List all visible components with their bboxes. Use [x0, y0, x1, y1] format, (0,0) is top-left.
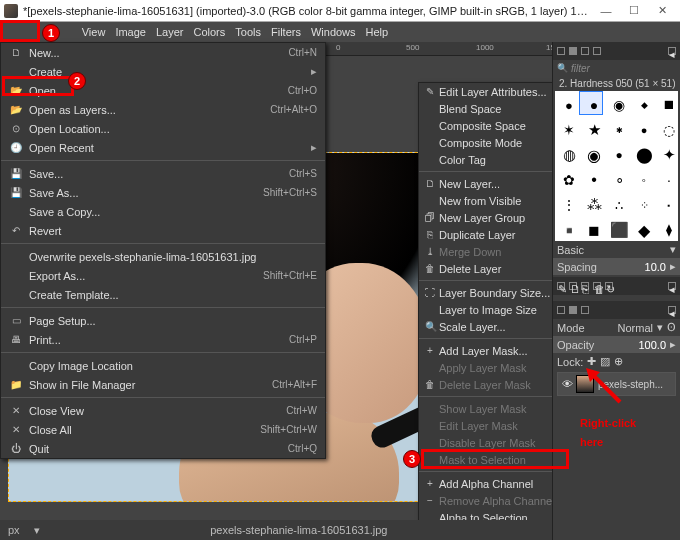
app-icon: [4, 4, 18, 18]
close-button[interactable]: ✕: [648, 2, 676, 20]
file-menu-item[interactable]: 🖶Print...Ctrl+P: [1, 330, 325, 349]
layer-menu-item[interactable]: ✎Edit Layer Attributes...: [419, 83, 571, 100]
layer-menu-item[interactable]: Composite Space▸: [419, 117, 571, 134]
annotation-text: Right-clickhere: [580, 413, 670, 451]
layer-menu-item: ⤓Merge Down: [419, 243, 571, 260]
annotation-circle-1: 1: [42, 24, 60, 42]
window-titlebar: *[pexels-stephanie-lima-16051631] (impor…: [0, 0, 680, 22]
brush-spacing-slider[interactable]: Spacing10.0▸: [553, 258, 680, 275]
file-menu-item[interactable]: 📂Open as Layers...Ctrl+Alt+O: [1, 100, 325, 119]
brush-preset-select[interactable]: Basic▾: [553, 241, 680, 258]
layer-menu-item: Edit Layer Mask: [419, 417, 571, 434]
file-menu-item[interactable]: Copy Image Location: [1, 356, 325, 375]
menu-layer[interactable]: Layer: [156, 26, 184, 38]
layer-menu-item: −Remove Alpha Channel: [419, 492, 571, 509]
layer-menu-item[interactable]: Color Tag▸: [419, 151, 571, 168]
status-bar: px▾ pexels-stephanie-lima-16051631.jpg: [0, 520, 552, 540]
layer-menu-item[interactable]: 🔍Scale Layer...: [419, 318, 571, 335]
dock-tab-row[interactable]: ◂: [553, 42, 680, 60]
window-title: *[pexels-stephanie-lima-16051631] (impor…: [23, 5, 592, 17]
file-menu-item[interactable]: ⏻QuitCtrl+Q: [1, 439, 325, 458]
file-menu-item[interactable]: ⊙Open Location...: [1, 119, 325, 138]
minimize-button[interactable]: —: [592, 2, 620, 20]
menu-image[interactable]: Image: [115, 26, 146, 38]
svg-line-0: [592, 374, 620, 402]
layer-menu-item[interactable]: 🗍New Layer Group: [419, 209, 571, 226]
layer-menu-item: 🗑Delete Layer Mask: [419, 376, 571, 393]
layer-menu-item[interactable]: 🗋New Layer...: [419, 175, 571, 192]
annotation-circle-3: 3: [403, 450, 421, 468]
file-menu-item[interactable]: 🗋New...Ctrl+N: [1, 43, 325, 62]
file-menu-item[interactable]: ▭Page Setup...: [1, 311, 325, 330]
menu-help[interactable]: Help: [366, 26, 389, 38]
opacity-slider[interactable]: Opacity100.0▸: [553, 336, 680, 353]
layers-tab-row[interactable]: ◂: [553, 301, 680, 319]
brush-name-label: 2. Hardness 050 (51 × 51): [553, 76, 680, 91]
file-menu-item[interactable]: 💾Save As...Shift+Ctrl+S: [1, 183, 325, 202]
file-menu-item[interactable]: Save a Copy...: [1, 202, 325, 221]
layer-menu-item[interactable]: New from Visible: [419, 192, 571, 209]
file-menu-item[interactable]: ✕Close AllShift+Ctrl+W: [1, 420, 325, 439]
file-menu-item[interactable]: ✕Close ViewCtrl+W: [1, 401, 325, 420]
file-menu-item[interactable]: Create Template...: [1, 285, 325, 304]
file-menu-item[interactable]: 💾Save...Ctrl+S: [1, 164, 325, 183]
file-menu-item[interactable]: Export As...Shift+Ctrl+E: [1, 266, 325, 285]
maximize-button[interactable]: ☐: [620, 2, 648, 20]
layer-menu-item[interactable]: +Add Layer Mask...: [419, 342, 571, 359]
layer-menu-item: Apply Layer Mask: [419, 359, 571, 376]
menu-view[interactable]: View: [82, 26, 106, 38]
menu-colors[interactable]: Colors: [194, 26, 226, 38]
right-dock: ◂ filter 2. Hardness 050 (51 × 51) ●●◉◆■…: [552, 42, 680, 540]
layer-menu-item[interactable]: 🗑Delete Layer: [419, 260, 571, 277]
layer-menu-item[interactable]: ⛶Layer Boundary Size...: [419, 284, 571, 301]
annotation-box-open: [2, 76, 74, 96]
brush-filter-input[interactable]: filter: [553, 60, 680, 76]
layer-menu-item[interactable]: Blend Space▸: [419, 100, 571, 117]
layer-menu-item[interactable]: Layer to Image Size: [419, 301, 571, 318]
annotation-arrow: [586, 368, 626, 408]
file-menu-item[interactable]: ↶Revert: [1, 221, 325, 240]
brush-grid[interactable]: ●●◉◆■✶★✱●◌◍◉●⬤✦✿•∘◦·⋮⁂∴⁘▪◾◼⬛◆⧫◈✧⬬⬭⬮⬯◐◑◒◓: [555, 91, 678, 241]
layer-menu-item[interactable]: Composite Mode▸: [419, 134, 571, 151]
layer-menu-item[interactable]: +Add Alpha Channel: [419, 475, 571, 492]
file-menu-item[interactable]: Overwrite pexels-stephanie-lima-16051631…: [1, 247, 325, 266]
menu-tools[interactable]: Tools: [235, 26, 261, 38]
layer-context-menu: ✎Edit Layer Attributes...Blend Space▸Com…: [418, 82, 572, 540]
status-unit[interactable]: px: [8, 524, 20, 536]
annotation-box-alpha: [421, 449, 569, 469]
annotation-circle-2: 2: [68, 72, 86, 90]
layer-menu-item[interactable]: ⎘Duplicate Layer: [419, 226, 571, 243]
file-menu-item[interactable]: 📁Show in File ManagerCtrl+Alt+F: [1, 375, 325, 394]
menu-windows[interactable]: Windows: [311, 26, 356, 38]
layer-menu-item: Show Layer Mask: [419, 400, 571, 417]
menu-bar: F Edit Sele View Image Layer Colors Tool…: [0, 22, 680, 42]
visibility-icon[interactable]: 👁: [558, 378, 576, 390]
dock-tool-row[interactable]: ✎🗋⎘🗑↻◂: [553, 277, 680, 295]
file-menu-dropdown: 🗋New...Ctrl+NCreate▸📂Open...Ctrl+O📂Open …: [0, 42, 326, 459]
annotation-box-file: [0, 20, 40, 42]
blend-mode-select[interactable]: ModeNormal▾ʘ: [553, 319, 680, 336]
menu-filters[interactable]: Filters: [271, 26, 301, 38]
status-filename: pexels-stephanie-lima-16051631.jpg: [54, 524, 544, 536]
file-menu-item[interactable]: 🕘Open Recent▸: [1, 138, 325, 157]
